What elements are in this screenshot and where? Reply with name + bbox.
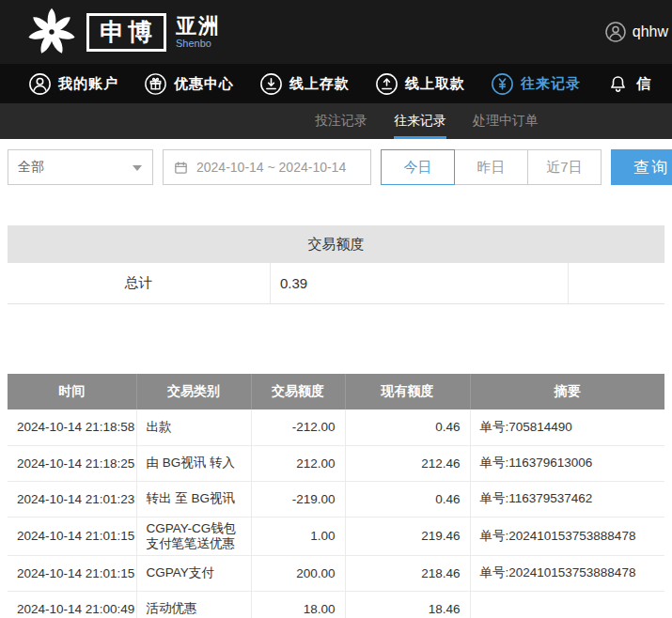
summary-table: 交易额度 总计 0.39 [8,225,664,304]
nav-item-label: 往来记录 [521,75,581,93]
table-cell: 18.46 [345,591,470,618]
nav-item-deposit[interactable]: 线上存款 [259,72,350,96]
table-cell: 活动优惠 [136,591,251,618]
table-cell: 由 BG视讯 转入 [136,445,251,481]
table-cell: 单号:116379613006 [470,445,664,481]
table-row: 2024-10-14 21:01:23转出 至 BG视讯-219.000.46单… [8,481,664,517]
tab-bet-records[interactable]: 投注记录 [315,103,367,139]
nav-item-label: 我的账户 [58,75,118,93]
filter-bar: 全部 2024-10-14 ~ 2024-10-14 今日 昨日 近7日 查询 [0,139,672,195]
nav-item-withdraw[interactable]: 线上取款 [375,72,465,96]
table-cell: 单号:202410153753888478 [470,555,664,591]
bell-icon [606,72,630,96]
sub-nav: 投注记录 往来记录 处理中订单 [0,103,672,139]
table-cell: 2024-10-14 21:18:58 [8,409,136,445]
table-cell [470,591,664,618]
table-cell: 1.00 [251,517,345,555]
table-cell: 2024-10-14 21:01:23 [8,481,136,517]
deposit-circle-icon [259,72,283,96]
nav-item-label: 线上存款 [289,75,350,93]
type-select[interactable]: 全部 [8,149,153,185]
nav-item-promotions[interactable]: 优惠中心 [144,72,234,96]
nav-item-my-account[interactable]: 我的账户 [28,72,118,96]
table-cell: 出款 [136,409,251,445]
table-cell: -212.00 [251,409,345,445]
column-header-3: 现有额度 [345,374,470,409]
user-avatar-icon [604,21,627,43]
withdraw-circle-icon [375,72,399,96]
yuan-circle-icon [491,72,514,96]
top-header: 申博 亚洲 Shenbo qhhw [0,0,672,64]
nav-item-label: 线上取款 [405,75,465,93]
tab-label: 处理中订单 [473,113,539,130]
calendar-icon [173,160,189,176]
table-cell: CGPAY-CG钱包支付笔笔送优惠 [136,517,251,555]
last-7-days-button[interactable]: 近7日 [527,149,602,185]
table-cell: 2024-10-14 21:18:25 [8,445,136,481]
records-header-row: 时间交易类别交易额度现有额度摘要 [8,374,664,409]
table-cell: 2024-10-14 21:00:49 [8,591,136,618]
user-circle-icon [28,72,52,96]
yesterday-button[interactable]: 昨日 [454,149,528,185]
summary-total-label: 总计 [8,263,271,303]
table-cell: 单号:202410153753888478 [470,517,664,555]
summary-empty-cell [569,263,664,303]
tab-transaction-records[interactable]: 往来记录 [394,103,446,139]
column-header-0: 时间 [8,374,136,409]
table-cell: 18.00 [251,591,345,618]
brand-name: 申博 [86,13,166,52]
date-range-value: 2024-10-14 ~ 2024-10-14 [196,160,346,175]
summary-total-row: 总计 0.39 [8,263,664,304]
brand-subtitle: Shenbo [176,39,221,50]
username: qhhw [633,23,668,40]
records-table-body: 2024-10-14 21:18:58出款-212.000.46单号:70581… [8,409,664,618]
summary-total-value: 0.39 [271,263,569,303]
table-row: 2024-10-14 21:01:15CGPAY支付200.00218.46单号… [8,555,664,591]
nav-item-transactions[interactable]: 往来记录 [491,72,581,96]
table-cell: 单号:705814490 [470,409,664,445]
nav-item-label: 信 [636,75,651,93]
table-cell: 2024-10-14 21:01:15 [8,517,136,555]
table-cell: 转出 至 BG视讯 [136,481,251,517]
gift-circle-icon [144,72,167,96]
table-row: 2024-10-14 21:00:49活动优惠18.0018.46 [8,591,664,618]
table-cell: 212.46 [345,445,470,481]
table-cell: 212.00 [251,445,345,481]
table-cell: 219.46 [345,517,470,555]
column-header-4: 摘要 [470,374,664,409]
summary-header: 交易额度 [8,225,664,263]
table-cell: 2024-10-14 21:01:15 [8,555,136,591]
table-row: 2024-10-14 21:18:58出款-212.000.46单号:70581… [8,409,664,445]
table-cell: 0.46 [345,409,470,445]
tab-label: 投注记录 [315,113,367,130]
brand-region: 亚洲 [176,15,221,37]
table-cell: 0.46 [345,481,470,517]
tab-pending-orders[interactable]: 处理中订单 [473,103,539,139]
user-account[interactable]: qhhw [604,21,668,43]
column-header-1: 交易类别 [136,374,251,409]
table-row: 2024-10-14 21:18:25由 BG视讯 转入212.00212.46… [8,445,664,481]
type-select-value: 全部 [18,159,44,176]
brand-logo[interactable]: 申博 亚洲 Shenbo [26,7,221,57]
chevron-down-icon [133,165,142,171]
tab-label: 往来记录 [394,113,446,130]
nav-item-messages[interactable]: 信 [606,72,651,96]
table-cell: 200.00 [251,555,345,591]
table-cell: -219.00 [251,481,345,517]
date-range-picker[interactable]: 2024-10-14 ~ 2024-10-14 [163,149,371,185]
table-cell: CGPAY支付 [136,555,251,591]
main-nav: 我的账户 优惠中心 线上存款 线上取款 往来记录 [0,64,672,103]
records-table: 时间交易类别交易额度现有额度摘要 2024-10-14 21:18:58出款-2… [8,374,664,618]
table-cell: 218.46 [345,555,470,591]
records-table-section: 时间交易类别交易额度现有额度摘要 2024-10-14 21:18:58出款-2… [8,374,664,618]
table-row: 2024-10-14 21:01:15CGPAY-CG钱包支付笔笔送优惠1.00… [8,517,664,555]
nav-item-label: 优惠中心 [174,75,234,93]
quick-date-buttons: 今日 昨日 近7日 [381,149,602,185]
column-header-2: 交易额度 [251,374,345,409]
table-cell: 单号:116379537462 [470,481,664,517]
today-button[interactable]: 今日 [381,149,455,185]
search-button[interactable]: 查询 [611,149,672,185]
flower-logo-icon [26,7,77,57]
